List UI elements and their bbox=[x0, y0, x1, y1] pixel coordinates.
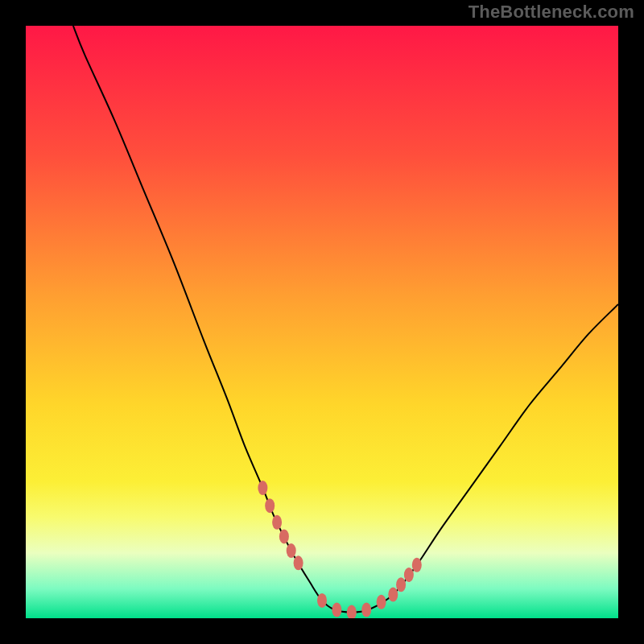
bead-marker bbox=[412, 558, 422, 572]
bead-marker bbox=[294, 555, 303, 570]
bead-marker bbox=[377, 595, 386, 609]
plot-svg bbox=[26, 26, 618, 618]
watermark-text: TheBottleneck.com bbox=[469, 2, 634, 23]
bead-marker bbox=[347, 605, 357, 618]
bead-marker bbox=[396, 577, 406, 592]
bead-marker bbox=[388, 588, 398, 602]
chart-frame: TheBottleneck.com bbox=[0, 0, 644, 644]
plot-area bbox=[26, 26, 618, 618]
bottleneck-curve bbox=[73, 26, 618, 613]
bead-markers bbox=[258, 481, 421, 618]
bead-marker bbox=[279, 529, 289, 543]
bead-marker bbox=[265, 498, 275, 513]
bead-marker bbox=[361, 603, 371, 617]
bead-marker bbox=[272, 515, 282, 530]
bead-marker bbox=[258, 481, 267, 495]
bead-marker bbox=[317, 593, 327, 608]
bead-marker bbox=[404, 568, 414, 582]
bead-marker bbox=[287, 543, 296, 558]
bead-marker bbox=[332, 603, 341, 617]
